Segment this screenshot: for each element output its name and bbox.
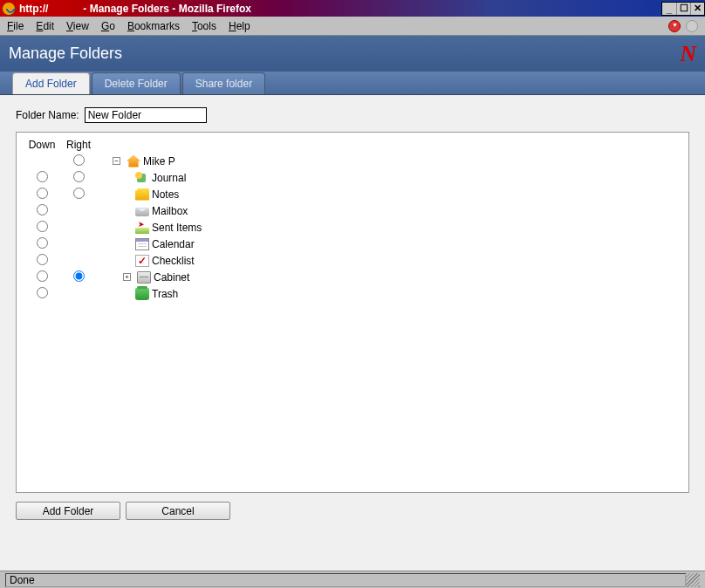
tree-root-label: Mike P <box>143 155 175 168</box>
column-right-header: Right <box>60 139 97 151</box>
status-text: Done <box>10 574 35 586</box>
home-icon <box>127 155 140 168</box>
novell-logo-icon: N <box>680 41 696 67</box>
add-folder-button[interactable]: Add Folder <box>16 502 120 520</box>
notes-icon <box>135 188 149 201</box>
expander-cabinet[interactable]: + <box>123 273 131 281</box>
page-title: Manage Folders <box>9 44 122 63</box>
down-radio-sent[interactable] <box>37 221 48 232</box>
firefox-icon <box>2 2 16 16</box>
down-radio-trash[interactable] <box>37 287 48 298</box>
folder-name-label: Folder Name: <box>16 109 79 121</box>
window-controls: _ ☐ ✕ <box>661 2 705 16</box>
window-titlebar: http:// - Manage Folders - Mozilla Firef… <box>0 0 705 17</box>
checklist-icon <box>135 255 149 267</box>
close-button[interactable]: ✕ <box>690 3 704 15</box>
down-radio-calendar[interactable] <box>37 237 48 249</box>
menu-view[interactable]: View <box>66 20 89 32</box>
tab-share-folder[interactable]: Share folder <box>182 72 265 94</box>
down-radio-mailbox[interactable] <box>37 204 48 215</box>
menu-go[interactable]: Go <box>101 20 115 32</box>
right-radio-cabinet[interactable] <box>73 270 85 282</box>
tree-item-label: Trash <box>152 288 178 300</box>
menu-file[interactable]: File <box>7 20 24 32</box>
down-radio-notes[interactable] <box>37 188 48 199</box>
maximize-button[interactable]: ☐ <box>676 3 690 15</box>
content-area: Folder Name: Down Right − Mike P Journal <box>0 95 705 571</box>
page-header: Manage Folders N <box>0 36 705 72</box>
window-title: - Manage Folders - Mozilla Firefox <box>83 3 251 15</box>
folder-name-input[interactable] <box>85 107 207 123</box>
tree-item-label: Cabinet <box>154 271 189 284</box>
down-radio-checklist[interactable] <box>37 254 48 265</box>
menu-edit[interactable]: Edit <box>36 20 54 32</box>
sent-icon <box>135 222 149 234</box>
tree-item-label: Notes <box>152 188 179 201</box>
folder-tree-panel: Down Right − Mike P Journal Notes <box>16 132 689 493</box>
minimize-button[interactable]: _ <box>662 3 676 15</box>
right-radio-root[interactable] <box>73 154 85 166</box>
mailbox-icon <box>135 208 149 216</box>
tree-item-label: Checklist <box>152 255 195 267</box>
column-down-header: Down <box>24 139 60 151</box>
stop-icon[interactable] <box>668 20 681 32</box>
right-radio-journal[interactable] <box>73 171 85 182</box>
tab-bar: Add Folder Delete Folder Share folder <box>0 72 705 95</box>
journal-icon <box>135 172 149 184</box>
right-radio-notes[interactable] <box>73 188 85 199</box>
titlebar-url: http:// <box>19 3 48 15</box>
tab-add-folder[interactable]: Add Folder <box>12 72 90 94</box>
menubar: File Edit View Go Bookmarks Tools Help <box>0 17 705 36</box>
resize-grip[interactable] <box>686 573 700 587</box>
menu-bookmarks[interactable]: Bookmarks <box>127 20 180 32</box>
menu-help[interactable]: Help <box>229 20 250 32</box>
menu-tools[interactable]: Tools <box>192 20 216 32</box>
throbber-icon <box>686 20 698 32</box>
expander-root[interactable]: − <box>113 157 120 165</box>
calendar-icon <box>135 238 149 250</box>
tree-item-label: Sent Items <box>152 222 202 234</box>
cancel-button[interactable]: Cancel <box>126 502 230 520</box>
trash-icon <box>135 288 149 300</box>
tree-item-label: Mailbox <box>152 205 188 217</box>
status-bar: Done <box>0 571 705 588</box>
cabinet-icon <box>137 271 151 284</box>
tab-delete-folder[interactable]: Delete Folder <box>92 72 181 94</box>
down-radio-cabinet[interactable] <box>37 270 48 282</box>
tree-item-label: Journal <box>152 172 186 184</box>
down-radio-journal[interactable] <box>37 171 48 182</box>
tree-item-label: Calendar <box>152 238 195 250</box>
